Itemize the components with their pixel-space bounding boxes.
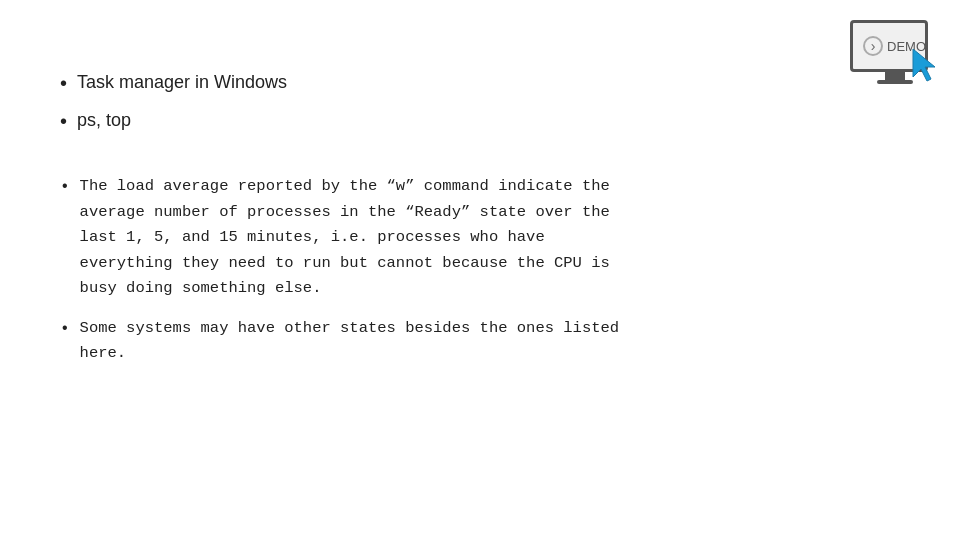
monitor-screen: DEMO — [850, 20, 928, 72]
monitor-stand — [885, 72, 905, 80]
paragraph-text-1: The load average reported by the “w” com… — [80, 174, 610, 302]
chevron-icon — [863, 36, 883, 56]
slide-container: DEMO • Task manager in Windows • ps, top — [0, 0, 960, 540]
paragraph-block-1: • The load average reported by the “w” c… — [60, 174, 900, 302]
paragraph-text-2: Some systems may have other states besid… — [80, 316, 620, 367]
paragraph-block-2: • Some systems may have other states bes… — [60, 316, 900, 367]
demo-monitor: DEMO — [850, 20, 940, 90]
content-area: • Task manager in Windows • ps, top • Th… — [60, 60, 900, 367]
bullet-list: • Task manager in Windows • ps, top — [60, 70, 900, 134]
monitor-base — [877, 80, 913, 84]
demo-badge: DEMO — [850, 20, 940, 90]
bullet-dot: • — [60, 108, 67, 134]
paragraph-bullet-dot-2: • — [60, 316, 70, 342]
section-gap — [60, 146, 900, 174]
bullet-task-manager-text: Task manager in Windows — [77, 70, 287, 95]
cursor-icon — [911, 47, 939, 83]
svg-marker-0 — [913, 49, 935, 81]
bullet-ps-top-text: ps, top — [77, 108, 131, 133]
paragraph-bullet-dot-1: • — [60, 174, 70, 200]
list-item: • Task manager in Windows — [60, 70, 900, 96]
bullet-dot: • — [60, 70, 67, 96]
list-item: • ps, top — [60, 108, 900, 134]
